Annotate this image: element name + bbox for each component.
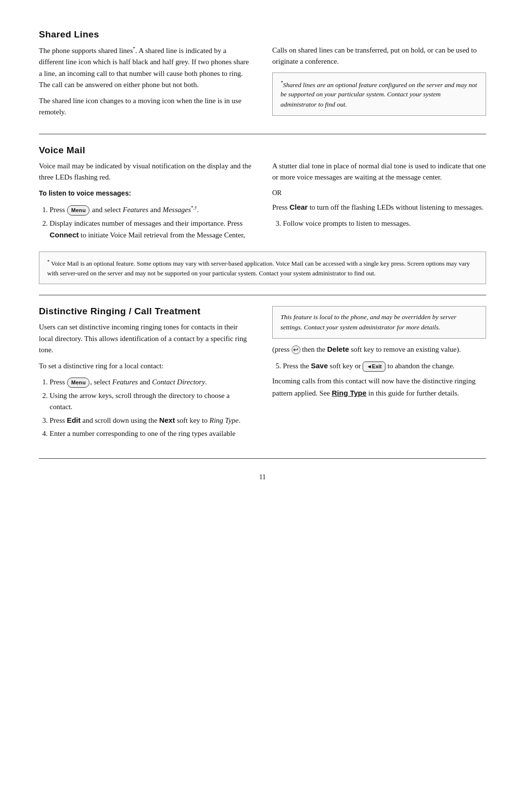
distinctive-ringing-para2: To set a distinctive ring for a local co… — [39, 361, 253, 372]
voice-mail-left: Voice mail may be indicated by visual no… — [39, 161, 253, 245]
distinctive-ringing-steps: Press Menu, select Features and Contact … — [50, 377, 253, 439]
divider-2 — [39, 295, 486, 295]
voice-mail-note: * Voice Mail is an optional feature. Som… — [39, 252, 486, 284]
shared-lines-right-para1: Calls on shared lines can be transferred… — [272, 45, 486, 68]
dr-step2: Using the arrow keys, scroll through the… — [50, 390, 253, 413]
dr-right-para: Incoming calls from this contact will no… — [272, 376, 486, 399]
voice-mail-step3-list: Follow voice prompts to listen to messag… — [283, 218, 486, 229]
shared-lines-note: *Shared lines are an optional feature co… — [272, 72, 486, 116]
distinctive-ringing-para1: Users can set distinctive incoming ringi… — [39, 322, 253, 356]
distinctive-ringing-right: This feature is local to the phone, and … — [272, 306, 486, 443]
page-number: 11 — [39, 473, 486, 481]
dr-step4: Enter a number corresponding to one of t… — [50, 428, 253, 439]
distinctive-ringing-note: This feature is local to the phone, and … — [272, 306, 486, 339]
distinctive-ringing-left: Distinctive Ringing / Call Treatment Use… — [39, 306, 253, 443]
distinctive-ringing-section: Distinctive Ringing / Call Treatment Use… — [39, 306, 486, 443]
dr-step3: Press Edit and scroll down using the Nex… — [50, 415, 253, 426]
voice-mail-para1: Voice mail may be indicated by visual no… — [39, 161, 253, 183]
shared-lines-left: The phone supports shared lines*. A shar… — [39, 45, 253, 123]
menu-button-dr-icon: Menu — [67, 378, 89, 388]
shared-lines-title: Shared Lines — [39, 29, 486, 40]
shared-lines-right: Calls on shared lines can be transferred… — [272, 45, 486, 123]
shared-lines-para2: The shared line icon changes to a moving… — [39, 95, 253, 118]
voice-mail-right-para2: Press Clear to turn off the flashing LED… — [272, 201, 486, 213]
shared-lines-section: Shared Lines The phone supports shared l… — [39, 29, 486, 123]
voice-mail-step3: Follow voice prompts to listen to messag… — [283, 218, 486, 229]
dr-step1: Press Menu, select Features and Contact … — [50, 377, 253, 388]
voice-mail-steps: Press Menu and select Features and Messa… — [50, 204, 253, 241]
dr-step5-item: Press the Save soft key or ◄Exit to aban… — [283, 360, 486, 372]
exit-button-icon: ◄Exit — [363, 361, 385, 372]
voice-mail-step1: Press Menu and select Features and Messa… — [50, 204, 253, 216]
dr-step5-list: Press the Save soft key or ◄Exit to aban… — [283, 360, 486, 372]
voice-mail-title: Voice Mail — [39, 145, 486, 156]
back-arrow-icon: ↩ — [292, 345, 300, 354]
menu-button-icon: Menu — [67, 205, 89, 216]
divider-1 — [39, 134, 486, 134]
listen-label: To listen to voice messages: — [39, 188, 253, 199]
voice-mail-right-para1: A stutter dial tone in place of normal d… — [272, 161, 486, 183]
distinctive-ringing-title: Distinctive Ringing / Call Treatment — [39, 306, 253, 317]
divider-3 — [39, 458, 486, 459]
voice-mail-step2: Display indicates number of messages and… — [50, 218, 253, 241]
or-label: OR — [272, 188, 486, 198]
dr-step5: (press ↩ then the Delete soft key to rem… — [272, 343, 486, 355]
voice-mail-right: A stutter dial tone in place of normal d… — [272, 161, 486, 245]
shared-lines-para1: The phone supports shared lines*. A shar… — [39, 45, 253, 90]
voice-mail-section: Voice Mail Voice mail may be indicated b… — [39, 145, 486, 285]
